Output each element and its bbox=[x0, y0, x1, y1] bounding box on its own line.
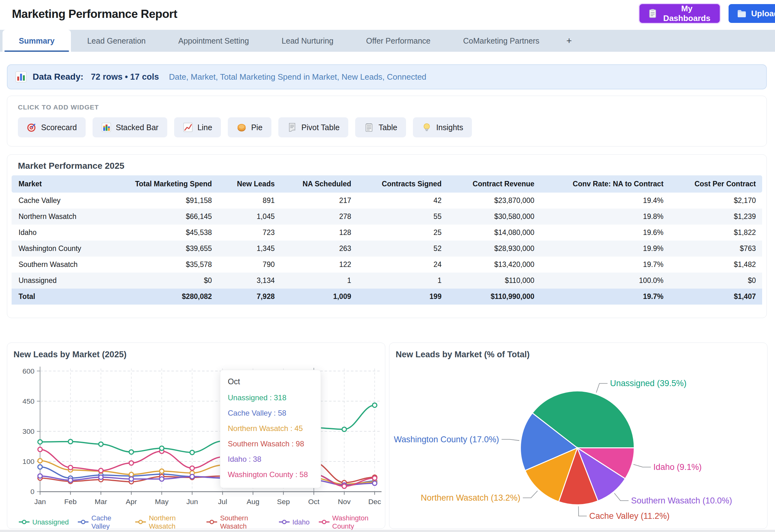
pie-label-line bbox=[614, 493, 629, 501]
table-cell: $91,158 bbox=[106, 193, 218, 209]
tab-comarketing-partners[interactable]: CoMarketing Partners bbox=[447, 30, 556, 52]
legend-item-northern-wasatch[interactable]: Northern Wasatch bbox=[135, 514, 197, 530]
legend-marker bbox=[135, 518, 146, 526]
series-line-unassigned[interactable] bbox=[40, 405, 374, 453]
table-row: Idaho$45,53872312825$14,080,00019.6%$1,8… bbox=[12, 225, 762, 241]
pivot-table-icon bbox=[287, 122, 297, 132]
pie-chart-card: New Leads by Market (% of Total) Unassig… bbox=[389, 343, 767, 529]
legend-item-unassigned[interactable]: Unassigned bbox=[19, 518, 69, 526]
data-point-unassigned bbox=[342, 427, 346, 432]
widget-button-pivot-table[interactable]: Pivot Table bbox=[278, 117, 348, 137]
widget-button-insights[interactable]: Insights bbox=[413, 117, 472, 137]
table-row: Washington County$39,6551,34526352$28,93… bbox=[12, 241, 762, 257]
tooltip-item: Southern Wasatch : 98 bbox=[228, 436, 313, 451]
chart-tooltip: Oct Unassigned : 318Cache Valley : 58Nor… bbox=[220, 370, 321, 488]
widget-button-pie[interactable]: Pie bbox=[228, 117, 271, 137]
table-cell: $45,538 bbox=[106, 225, 218, 241]
table-cell: Cache Valley bbox=[12, 193, 106, 209]
data-point-washington-county bbox=[38, 447, 42, 452]
column-header-cost-per-contract: Cost Per Contract bbox=[670, 175, 762, 193]
x-tick-label: Jan bbox=[34, 497, 46, 506]
x-tick-label: Aug bbox=[247, 497, 259, 506]
legend-item-washington-county[interactable]: Washington County bbox=[318, 514, 385, 530]
x-tick-label: May bbox=[155, 497, 169, 506]
x-tick-label: Jun bbox=[186, 497, 198, 506]
tab-offer-performance[interactable]: Offer Performance bbox=[350, 30, 447, 52]
legend-marker bbox=[19, 518, 30, 526]
table-cell: 100.0% bbox=[541, 273, 670, 289]
legend-marker bbox=[279, 518, 290, 526]
app-header: Marketing Performance Report My Dashboar… bbox=[0, 0, 775, 30]
table-total-row: Total$280,0827,9281,009199$110,990,00019… bbox=[12, 289, 762, 305]
tab-appointment-setting[interactable]: Appointment Setting bbox=[162, 30, 265, 52]
table-cell: $1,407 bbox=[670, 289, 762, 305]
table-cell: $0 bbox=[670, 273, 762, 289]
table-cell: 217 bbox=[281, 193, 357, 209]
widget-button-scorecard[interactable]: Scorecard bbox=[18, 117, 86, 137]
table-cell: 19.7% bbox=[541, 257, 670, 273]
tab-summary[interactable]: Summary bbox=[3, 30, 71, 52]
column-header-new-leads: New Leads bbox=[218, 175, 281, 193]
y-tick-label: 450 bbox=[23, 397, 34, 405]
widget-button-line[interactable]: Line bbox=[174, 117, 221, 137]
table-cell: 24 bbox=[357, 257, 448, 273]
table-cell: 19.8% bbox=[541, 209, 670, 225]
table-cell: 199 bbox=[357, 289, 448, 305]
table-cell: Washington County bbox=[12, 241, 106, 257]
legend-item-idaho[interactable]: Idaho bbox=[279, 518, 310, 526]
pie-label-line bbox=[502, 439, 520, 441]
my-dashboards-label: My Dashboards bbox=[662, 4, 712, 23]
table-row: Northern Wasatch$66,1451,04527855$30,580… bbox=[12, 209, 762, 225]
legend-item-cache-valley[interactable]: Cache Valley bbox=[77, 514, 126, 530]
widget-button-label: Table bbox=[378, 123, 397, 132]
table-cell: 3,134 bbox=[218, 273, 281, 289]
tab-lead-nurturing[interactable]: Lead Nurturing bbox=[265, 30, 349, 52]
market-performance-card: Market Performance 2025 MarketTotal Mark… bbox=[7, 154, 767, 318]
table-row: Southern Wasatch$35,57879012224$13,420,0… bbox=[12, 257, 762, 273]
page-bottom-strip bbox=[0, 530, 775, 532]
clipboard-icon bbox=[648, 8, 658, 19]
table-cell: Unassigned bbox=[12, 273, 106, 289]
table-cell: 19.7% bbox=[541, 289, 670, 305]
add-tab-button[interactable]: + bbox=[556, 30, 583, 52]
legend-label: Washington County bbox=[332, 514, 385, 530]
pie-label-southern-wasatch: Southern Wasatch (10.0%) bbox=[631, 496, 732, 505]
line-chart-card: New Leads by Market (2025) 0100300450600… bbox=[7, 343, 385, 529]
tab-label: CoMarketing Partners bbox=[463, 36, 539, 45]
pie-label-line bbox=[634, 464, 651, 467]
column-header-market: Market bbox=[12, 175, 106, 193]
widget-button-stacked-bar[interactable]: Stacked Bar bbox=[93, 117, 167, 137]
table-cell: $110,000 bbox=[448, 273, 541, 289]
legend-marker bbox=[318, 518, 330, 526]
line-chart[interactable]: 0100300450600JanFebMarAprMayJunJulAugSep… bbox=[7, 343, 385, 529]
legend-item-southern-wasatch[interactable]: Southern Wasatch bbox=[206, 514, 269, 530]
table-row: Cache Valley$91,15889121742$23,870,00019… bbox=[12, 193, 762, 209]
widget-button-label: Pie bbox=[251, 123, 262, 132]
tab-label: Offer Performance bbox=[366, 36, 431, 45]
folder-icon bbox=[737, 8, 747, 19]
tab-label: Appointment Setting bbox=[178, 36, 249, 45]
table-cell: 723 bbox=[218, 225, 281, 241]
x-tick-label: Feb bbox=[64, 497, 77, 506]
my-dashboards-button[interactable]: My Dashboards bbox=[640, 4, 720, 23]
widget-button-table[interactable]: Table bbox=[355, 117, 406, 137]
y-tick-label: 0 bbox=[30, 487, 34, 496]
table-cell: 1,009 bbox=[281, 289, 357, 305]
widget-button-label: Stacked Bar bbox=[116, 123, 158, 132]
data-point-washington-county bbox=[190, 466, 194, 470]
legend-label: Cache Valley bbox=[91, 514, 126, 530]
tab-bar: SummaryLead GenerationAppointment Settin… bbox=[0, 30, 775, 52]
table-cell: $13,420,000 bbox=[448, 257, 541, 273]
data-ready-columns-preview: Date, Market, Total Marketing Spend in M… bbox=[169, 72, 426, 82]
data-point-northern-wasatch bbox=[129, 472, 134, 477]
data-point-idaho bbox=[129, 477, 134, 481]
x-tick-label: Nov bbox=[338, 497, 351, 506]
legend-label: Northern Wasatch bbox=[149, 514, 197, 530]
x-tick-label: Oct bbox=[308, 497, 319, 506]
target-icon bbox=[27, 122, 37, 132]
x-tick-label: Apr bbox=[126, 497, 137, 506]
tab-lead-generation[interactable]: Lead Generation bbox=[71, 30, 162, 52]
upload-button[interactable]: Upload bbox=[729, 4, 775, 23]
widget-button-label: Line bbox=[197, 123, 212, 132]
pie-chart[interactable]: Unassigned (39.5%)Idaho (9.1%)Southern W… bbox=[390, 343, 767, 529]
